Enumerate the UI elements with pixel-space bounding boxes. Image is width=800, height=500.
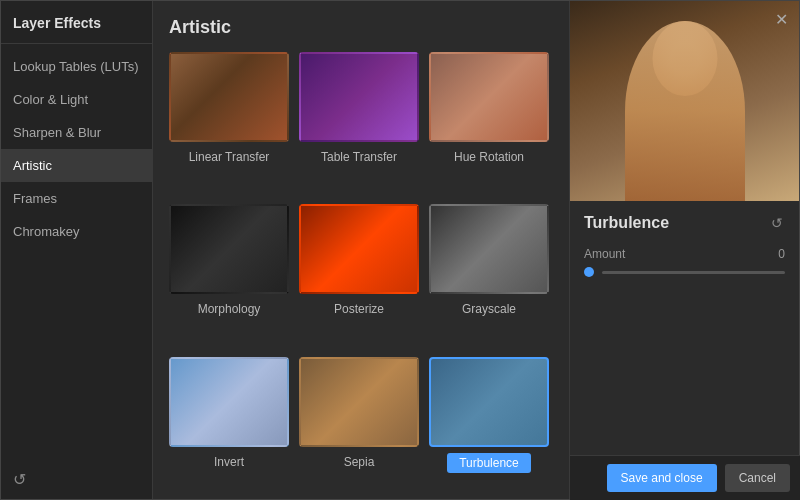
effect-item-linear-transfer[interactable]: Linear Transfer bbox=[169, 52, 289, 194]
sidebar-item-artistic[interactable]: Artistic bbox=[1, 149, 152, 182]
effect-item-sepia[interactable]: Sepia bbox=[299, 357, 419, 499]
sidebar-bottom: ↺ bbox=[1, 460, 152, 499]
effect-thumb-hue-rotation bbox=[429, 52, 549, 142]
effect-thumb-invert bbox=[169, 357, 289, 447]
effect-label-morphology: Morphology bbox=[198, 300, 261, 324]
sidebar-item-lookup-tables[interactable]: Lookup Tables (LUTs) bbox=[1, 50, 152, 83]
effect-label-invert: Invert bbox=[214, 453, 244, 477]
effect-label-grayscale: Grayscale bbox=[462, 300, 516, 324]
reset-icon[interactable]: ↺ bbox=[13, 470, 26, 489]
main-container: Layer Effects Lookup Tables (LUTs) Color… bbox=[0, 0, 800, 500]
effect-thumb-posterize bbox=[299, 204, 419, 294]
sidebar-item-frames[interactable]: Frames bbox=[1, 182, 152, 215]
effect-label-sepia: Sepia bbox=[344, 453, 375, 477]
reset-effect-button[interactable]: ↺ bbox=[769, 213, 785, 233]
effects-grid: Linear Transfer Table Transfer Hue Rotat… bbox=[169, 52, 553, 499]
save-and-close-button[interactable]: Save and close bbox=[607, 464, 717, 492]
effect-thumb-linear-transfer bbox=[169, 52, 289, 142]
control-label-amount: Amount 0 bbox=[584, 247, 785, 261]
bottom-bar: Save and close Cancel bbox=[570, 455, 800, 500]
slider-dot bbox=[584, 267, 594, 277]
main-content: Artistic Linear Transfer Table Transfer … bbox=[153, 1, 569, 499]
sidebar: Layer Effects Lookup Tables (LUTs) Color… bbox=[1, 1, 153, 499]
amount-label: Amount bbox=[584, 247, 625, 261]
effect-thumb-morphology bbox=[169, 204, 289, 294]
right-panel: ✕ Turbulence ↺ Amount 0 Save and c bbox=[569, 1, 799, 499]
effect-item-morphology[interactable]: Morphology bbox=[169, 204, 289, 346]
section-title: Artistic bbox=[169, 17, 553, 38]
preview-person bbox=[625, 21, 745, 201]
effect-item-hue-rotation[interactable]: Hue Rotation bbox=[429, 52, 549, 194]
sidebar-item-sharpen-blur[interactable]: Sharpen & Blur bbox=[1, 116, 152, 149]
effect-item-table-transfer[interactable]: Table Transfer bbox=[299, 52, 419, 194]
slider-row-amount bbox=[584, 267, 785, 277]
slider-track-amount[interactable] bbox=[602, 271, 785, 274]
close-button[interactable]: ✕ bbox=[771, 6, 792, 33]
effect-thumb-grayscale bbox=[429, 204, 549, 294]
sidebar-title: Layer Effects bbox=[1, 1, 152, 44]
effect-name-row: Turbulence ↺ bbox=[584, 213, 785, 233]
effect-label-turbulence: Turbulence bbox=[447, 453, 531, 473]
amount-value: 0 bbox=[778, 247, 785, 261]
effect-label-hue-rotation: Hue Rotation bbox=[454, 148, 524, 172]
effect-name: Turbulence bbox=[584, 214, 669, 232]
effect-thumb-sepia bbox=[299, 357, 419, 447]
effect-item-invert[interactable]: Invert bbox=[169, 357, 289, 499]
preview-image bbox=[570, 1, 799, 201]
effect-label-posterize: Posterize bbox=[334, 300, 384, 324]
cancel-button[interactable]: Cancel bbox=[725, 464, 790, 492]
effect-item-posterize[interactable]: Posterize bbox=[299, 204, 419, 346]
sidebar-item-chromakey[interactable]: Chromakey bbox=[1, 215, 152, 248]
effect-thumb-turbulence bbox=[429, 357, 549, 447]
sidebar-item-color-light[interactable]: Color & Light bbox=[1, 83, 152, 116]
effect-thumb-table-transfer bbox=[299, 52, 419, 142]
effect-item-grayscale[interactable]: Grayscale bbox=[429, 204, 549, 346]
effect-label-linear-transfer: Linear Transfer bbox=[189, 148, 270, 172]
effect-item-turbulence[interactable]: Turbulence bbox=[429, 357, 549, 499]
effect-label-table-transfer: Table Transfer bbox=[321, 148, 397, 172]
